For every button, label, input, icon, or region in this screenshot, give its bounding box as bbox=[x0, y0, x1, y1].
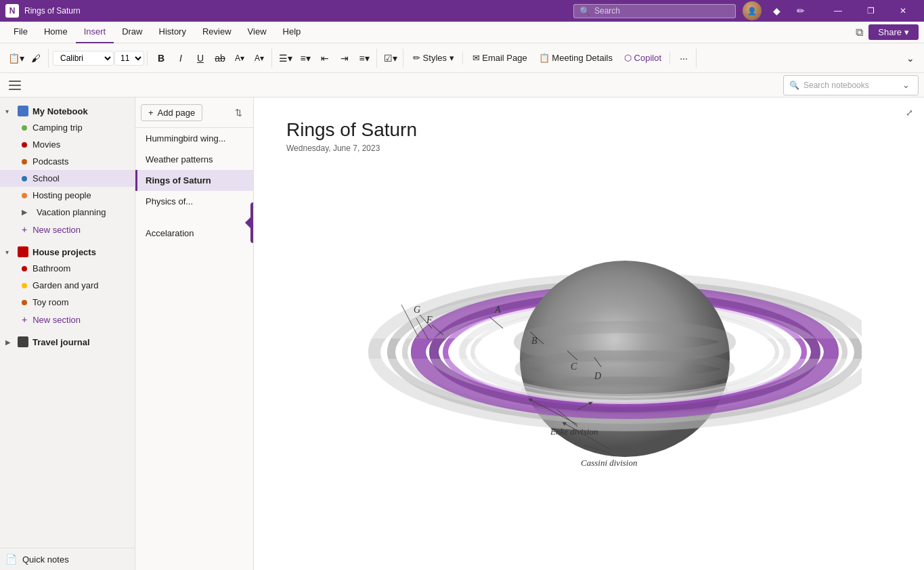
tab-home[interactable]: Home bbox=[36, 22, 76, 43]
notebook-name-house: House projects bbox=[32, 247, 96, 257]
saturn-image-container: G F A B C D bbox=[286, 169, 862, 510]
toolbar-styles-group: ✏ Styles ▾ bbox=[405, 51, 463, 64]
page-item-weather[interactable]: Weather patterns bbox=[135, 149, 253, 170]
search-notebooks-expand-button[interactable]: ⌄ bbox=[900, 77, 912, 93]
pages-header: + Add page ⇅ bbox=[135, 97, 253, 128]
collapse-ribbon-button[interactable]: ⧉ bbox=[856, 26, 863, 39]
add-new-section-house[interactable]: + New section bbox=[0, 311, 135, 328]
add-new-section-my-notebook[interactable]: + New section bbox=[0, 221, 135, 238]
search-notebooks-input[interactable] bbox=[804, 81, 896, 90]
titlebar-icons: 👤 ◆ ✏ bbox=[741, 1, 812, 20]
add-page-button[interactable]: + Add page bbox=[141, 104, 202, 121]
styles-button[interactable]: ✏ Styles ▾ bbox=[408, 51, 460, 64]
toolbar: 📋▾ 🖌 Calibri 11 B I U ab A▾ A▾ ☰▾ ≡▾ ⇤ ⇥… bbox=[0, 43, 924, 73]
svg-text:Enke division: Enke division bbox=[550, 426, 598, 437]
sidebar-item-garden[interactable]: Garden and yard bbox=[0, 277, 135, 294]
paste-button[interactable]: 📋▾ bbox=[7, 49, 26, 68]
toolbar-more-group: ··· bbox=[672, 49, 697, 68]
maximize-button[interactable]: ❐ bbox=[855, 0, 886, 22]
page-item-subpage[interactable] bbox=[135, 212, 253, 223]
notebook-icon-travel bbox=[18, 336, 28, 347]
section-dot-podcasts bbox=[22, 159, 27, 165]
sidebar-item-podcasts[interactable]: Podcasts bbox=[0, 153, 135, 170]
avatar[interactable]: 👤 bbox=[741, 1, 763, 20]
sidebar-item-camping-trip[interactable]: Camping trip bbox=[0, 119, 135, 136]
numbering-button[interactable]: ≡▾ bbox=[296, 49, 315, 68]
svg-text:A: A bbox=[494, 305, 501, 315]
tab-insert[interactable]: Insert bbox=[76, 22, 114, 43]
hamburger-menu-button[interactable] bbox=[5, 76, 24, 95]
font-color-button[interactable]: A▾ bbox=[250, 49, 269, 68]
svg-text:Cassini division: Cassini division bbox=[581, 458, 637, 468]
format-painter-button[interactable]: 🖌 bbox=[26, 49, 45, 68]
sidebar-item-school[interactable]: School bbox=[0, 170, 135, 187]
quick-notes-icon: 📄 bbox=[5, 554, 17, 565]
section-label-bathroom: Bathroom bbox=[32, 263, 70, 273]
page-item-rings-of-saturn[interactable]: Rings of Saturn bbox=[135, 170, 253, 191]
close-button[interactable]: ✕ bbox=[887, 0, 919, 22]
svg-text:B: B bbox=[531, 336, 537, 346]
align-button[interactable]: ≡▾ bbox=[355, 49, 374, 68]
sidebar-item-hosting-people[interactable]: Hosting people bbox=[0, 187, 135, 204]
tasks-button[interactable]: ☑▾ bbox=[381, 49, 400, 68]
notebook-travel-journal[interactable]: ▶ Travel journal bbox=[0, 334, 135, 350]
diamond-icon[interactable]: ◆ bbox=[766, 1, 787, 20]
notebook-name-my-notebook: My Notebook bbox=[32, 106, 88, 116]
quick-notes-button[interactable]: 📄 Quick notes bbox=[0, 548, 135, 570]
plus-icon: + bbox=[22, 224, 27, 235]
font-selector[interactable]: Calibri bbox=[53, 51, 114, 66]
copilot-button[interactable]: ⬡ Copilot bbox=[619, 51, 667, 64]
sidebar-item-movies[interactable]: Movies bbox=[0, 136, 135, 153]
tab-review[interactable]: Review bbox=[194, 22, 240, 43]
tab-view[interactable]: View bbox=[240, 22, 275, 43]
section-label-vacation: Vacation planning bbox=[37, 207, 106, 217]
strikethrough-button[interactable]: ab bbox=[211, 49, 229, 68]
page-item-hummingbird[interactable]: Hummingbird wing... bbox=[135, 128, 253, 149]
notebook-icon-my-notebook bbox=[18, 106, 28, 116]
font-size-selector[interactable]: 11 bbox=[114, 51, 144, 66]
new-section-label: New section bbox=[32, 225, 81, 235]
highlight-button[interactable]: A▾ bbox=[230, 49, 249, 68]
sidebar-item-toy-room[interactable]: Toy room bbox=[0, 294, 135, 311]
collapse-toolbar-button[interactable]: ⌄ bbox=[901, 49, 920, 68]
share-button[interactable]: Share ▾ bbox=[868, 24, 919, 40]
titlebar-search[interactable]: 🔍 bbox=[573, 4, 736, 18]
main-area: ▾ My Notebook Camping trip Movies Podcas… bbox=[0, 97, 924, 570]
quick-notes-label: Quick notes bbox=[22, 554, 69, 565]
underline-button[interactable]: U bbox=[191, 49, 210, 68]
titlebar-search-input[interactable] bbox=[594, 6, 730, 16]
page-item-physics[interactable]: Physics of... bbox=[135, 191, 253, 212]
window-controls: — ❐ ✕ bbox=[822, 0, 919, 22]
meeting-details-button[interactable]: 📋 Meeting Details bbox=[533, 51, 618, 64]
tab-file[interactable]: File bbox=[5, 22, 36, 43]
toolbar-tasks-group: ☑▾ bbox=[378, 49, 403, 68]
tab-help[interactable]: Help bbox=[275, 22, 309, 43]
toolbar-clipboard-group: 📋▾ 🖌 bbox=[4, 49, 49, 68]
search-notebooks-field[interactable]: 🔍 ⌄ bbox=[783, 75, 919, 95]
section-label-hosting: Hosting people bbox=[32, 190, 91, 200]
italic-button[interactable]: I bbox=[171, 49, 190, 68]
increase-indent-button[interactable]: ⇥ bbox=[335, 49, 354, 68]
bullets-button[interactable]: ☰▾ bbox=[276, 49, 295, 68]
svg-text:D: D bbox=[594, 371, 601, 381]
chevron-right-icon-travel: ▶ bbox=[5, 338, 14, 346]
minimize-button[interactable]: — bbox=[822, 0, 854, 22]
email-page-button[interactable]: ✉ Email Page bbox=[467, 51, 533, 64]
notebook-my-notebook[interactable]: ▾ My Notebook bbox=[0, 103, 135, 119]
decrease-indent-button[interactable]: ⇤ bbox=[315, 49, 334, 68]
page-item-accelaration[interactable]: Accelaration bbox=[135, 223, 253, 244]
pages-panel: + Add page ⇅ Hummingbird wing... Weather… bbox=[135, 97, 254, 570]
svg-text:F: F bbox=[426, 315, 433, 325]
notebook-house-projects[interactable]: ▾ House projects bbox=[0, 244, 135, 260]
more-button[interactable]: ··· bbox=[674, 49, 693, 68]
sidebar-item-vacation-planning[interactable]: ▶ Vacation planning bbox=[0, 204, 135, 221]
sidebar-item-bathroom[interactable]: Bathroom bbox=[0, 260, 135, 277]
section-dot-hosting bbox=[22, 193, 27, 198]
expand-content-button[interactable]: ⤢ bbox=[900, 103, 919, 122]
sort-pages-button[interactable]: ⇅ bbox=[229, 103, 248, 122]
onenote-logo: N bbox=[5, 4, 19, 18]
pen-icon[interactable]: ✏ bbox=[790, 1, 812, 20]
tab-draw[interactable]: Draw bbox=[114, 22, 150, 43]
bold-button[interactable]: B bbox=[152, 49, 171, 68]
tab-history[interactable]: History bbox=[151, 22, 194, 43]
